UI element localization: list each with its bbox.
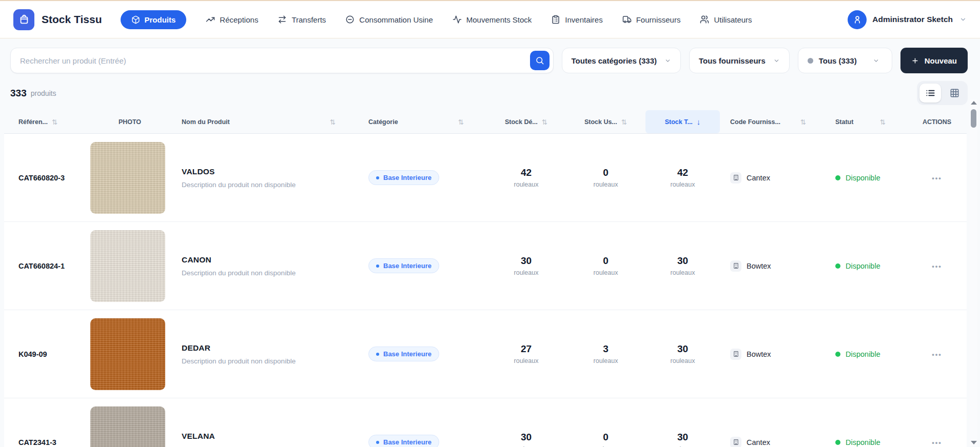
row-actions-button[interactable]: ••• [932,174,942,182]
status-filter-dropdown[interactable]: Tous (333) [798,48,892,73]
transfer-arrows-icon [278,15,287,24]
building-icon [730,349,741,360]
supplier-code: Cantex [747,174,770,182]
status-badge: Disponible [822,262,907,270]
search-input[interactable] [20,56,530,65]
navbar: Stock Tissu Produits Réceptions [0,1,980,38]
column-header-category[interactable]: Catégorie ⇅ [358,110,486,133]
product-photo [90,142,165,214]
stock-usine-unit: rouleaux [566,357,645,364]
scroll-up-arrow[interactable] [971,101,977,105]
sort-icon: ⇅ [800,118,806,126]
column-header-status[interactable]: Statut ⇅ [822,110,907,133]
status-dot-icon [835,175,840,180]
search-button[interactable] [530,51,550,70]
nav-item-transferts[interactable]: Transferts [278,15,326,24]
stock-total-value: 30 [645,432,720,443]
chevron-down-icon [773,57,780,64]
nav-item-produits[interactable]: Produits [121,10,187,29]
column-header-reference[interactable]: Référen... ⇅ [4,110,86,133]
scroll-down-arrow[interactable] [971,441,977,444]
column-header-stock-usine[interactable]: Stock Us... ⇅ [566,110,645,133]
status-badge: Disponible [822,438,907,446]
product-description: Description du produit non disponible [182,181,358,189]
stock-depot-unit: rouleaux [486,181,566,188]
stock-total-value: 30 [645,255,720,267]
table-row[interactable]: CAT660820-3 VALDOS Description du produi… [4,134,967,222]
stock-usine-value: 0 [566,167,645,178]
category-badge: Base Interieure [368,258,439,273]
supplier-filter-dropdown[interactable]: Tous fournisseurs [689,48,790,73]
nav-item-inventaires[interactable]: Inventaires [551,15,602,24]
table-body: CAT660820-3 VALDOS Description du produi… [4,134,967,447]
stock-total-unit: rouleaux [645,357,720,364]
nav-item-mouvements-stock[interactable]: Mouvements Stock [453,15,532,24]
column-header-stock-total[interactable]: Stock T... ↓ [645,110,720,133]
product-description: Description du produit non disponible [182,357,358,365]
supplier-code: Bowtex [747,350,771,358]
product-count-label: produits [31,89,56,97]
product-name: VALDOS [182,167,358,176]
chevron-down-icon [664,57,671,64]
row-actions-button[interactable]: ••• [932,351,942,358]
chevron-down-icon [873,57,879,64]
nav-item-receptions[interactable]: Réceptions [206,15,258,24]
status-badge: Disponible [822,174,907,182]
stock-depot-unit: rouleaux [486,269,566,276]
building-icon [730,172,741,184]
stock-usine-value: 0 [566,255,645,267]
trending-up-icon [206,15,215,24]
main-nav: Produits Réceptions Transferts [121,10,752,29]
grid-icon [950,88,959,98]
shopping-bag-icon [18,14,30,25]
category-badge: Base Interieure [368,170,439,185]
status-dot-icon [835,352,840,357]
sorted-desc-icon: ↓ [697,117,701,126]
sort-icon: ⇅ [330,118,336,126]
grid-view-button[interactable] [944,84,965,103]
avatar [848,10,867,29]
sort-icon: ⇅ [458,118,464,126]
plus-icon [911,57,919,65]
row-actions-button[interactable]: ••• [932,439,942,446]
list-view-button[interactable] [919,84,941,103]
vertical-scrollbar [970,99,977,446]
product-reference: CAT2341-3 [4,438,86,446]
status-dot-icon [835,440,840,445]
stock-depot-value: 30 [486,255,566,267]
product-reference: K049-09 [4,350,86,358]
column-header-stock-depot[interactable]: Stock Dé... ⇅ [486,110,566,133]
category-badge: Base Interieure [368,347,439,361]
supplier-code: Bowtex [747,262,771,270]
product-count: 333 [10,88,27,99]
category-badge: Base Interieure [368,435,439,447]
product-name: CANON [182,255,358,265]
user-menu[interactable]: Administrator Sketch [848,10,967,29]
column-header-supplier-code[interactable]: Code Fourniss... ⇅ [720,110,822,133]
sort-icon: ⇅ [621,118,627,126]
nav-item-fournisseurs[interactable]: Fournisseurs [622,15,681,24]
nav-item-consommation-usine[interactable]: Consommation Usine [345,15,433,24]
product-description: Description du produit non disponible [182,269,358,277]
table-row[interactable]: K049-09 DEDAR Description du produit non… [4,310,967,398]
new-product-button[interactable]: Nouveau [900,48,968,73]
building-icon [730,260,741,272]
badge-dot-icon [376,353,379,356]
stock-depot-value: 30 [486,432,566,443]
category-filter-dropdown[interactable]: Toutes catégories (333) [562,48,681,73]
column-header-name[interactable]: Nom du Produit ⇅ [173,110,358,133]
stock-usine-unit: rouleaux [566,181,645,188]
table-row[interactable]: CAT660824-1 CANON Description du produit… [4,222,967,310]
product-description: Description du produit non disponible [182,445,358,447]
row-actions-button[interactable]: ••• [932,262,942,270]
stock-depot-unit: rouleaux [486,357,566,364]
sort-icon: ⇅ [52,118,57,126]
app-title: Stock Tissu [42,13,102,26]
scrollbar-thumb[interactable] [971,109,976,128]
app-logo[interactable] [13,9,34,30]
stock-depot-value: 27 [486,343,566,355]
table-row[interactable]: CAT2341-3 VELANA Description du produit … [4,398,967,447]
nav-item-utilisateurs[interactable]: Utilisateurs [700,15,752,24]
package-icon [131,15,140,24]
stock-total-unit: rouleaux [645,269,720,276]
